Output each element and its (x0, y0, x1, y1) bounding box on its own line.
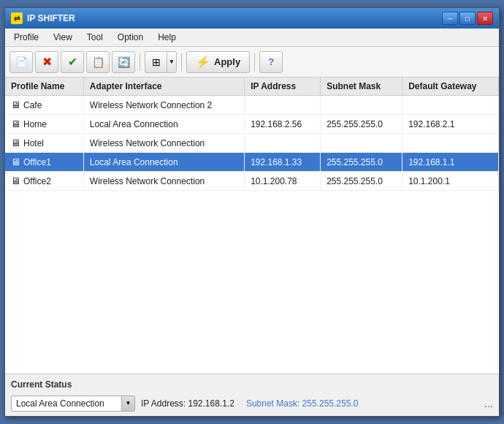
cell-subnet: 255.255.255.0 (321, 172, 402, 191)
menu-help[interactable]: Help (152, 30, 182, 45)
refresh-button[interactable]: 🔄 (112, 51, 135, 73)
profile-row-icon: 🖥 (11, 156, 20, 167)
cell-profile-name: 🖥Office1 (5, 153, 83, 172)
cell-profile-name: 🖥Office2 (5, 172, 83, 191)
cell-subnet: 255.255.255.0 (321, 115, 402, 134)
status-ip-text: IP Address: 192.168.1.2 (141, 398, 234, 409)
title-bar-left: ⇄ IP SHIFTER (11, 12, 75, 24)
status-info: IP Address: 192.168.1.2 Subnet Mask: 255… (141, 398, 493, 409)
cell-adapter: Wireless Network Connection (83, 134, 244, 153)
cell-gateway: 192.168.2.1 (402, 115, 499, 134)
view-dropdown-arrow[interactable]: ▼ (167, 51, 177, 73)
restore-button[interactable]: □ (459, 12, 476, 25)
col-gateway: Default Gateway (402, 77, 499, 96)
apply-icon: ⚡ (196, 55, 210, 69)
cell-subnet (321, 96, 402, 115)
cell-gateway: 192.168.1.1 (402, 153, 499, 172)
profile-row-icon: 🖥 (11, 137, 20, 148)
table-row[interactable]: 🖥HotelWireless Network Connection (5, 134, 499, 153)
col-adapter: Adapter Interface (83, 77, 244, 96)
delete-button[interactable]: ✖ (35, 51, 58, 73)
edit-button[interactable]: ✔ (61, 51, 84, 73)
cell-adapter: Local Area Connection (83, 115, 244, 134)
table-row[interactable]: 🖥Office2Wireless Network Connection10.1.… (5, 172, 499, 191)
ip-label: IP Address: (141, 398, 188, 409)
cell-gateway (402, 134, 499, 153)
profile-row-icon: 🖥 (11, 175, 20, 186)
status-adapter-dropdown[interactable]: Local Area Connection ▼ (11, 395, 135, 412)
table-header-row: Profile Name Adapter Interface IP Addres… (5, 77, 499, 96)
status-row: Local Area Connection ▼ IP Address: 192.… (11, 395, 493, 412)
cell-profile-name: 🖥Home (5, 115, 83, 134)
subnet-label: Subnet Mask: (246, 398, 302, 409)
cell-subnet (321, 134, 402, 153)
menu-tool[interactable]: Tool (81, 30, 109, 45)
minimize-button[interactable]: ─ (442, 12, 458, 25)
view-split-button: ⊞ ▼ (145, 51, 177, 73)
cell-ip (245, 96, 321, 115)
status-bar: Current Status Local Area Connection ▼ I… (5, 374, 499, 416)
menu-view[interactable]: View (47, 30, 78, 45)
status-dropdown-arrow[interactable]: ▼ (121, 396, 134, 411)
table-row[interactable]: 🖥Office1Local Area Connection192.168.1.3… (5, 153, 499, 172)
apply-button[interactable]: ⚡ Apply (186, 51, 250, 73)
col-subnet: Subnet Mask (321, 77, 402, 96)
menu-option[interactable]: Option (112, 30, 149, 45)
menu-profile[interactable]: Profile (8, 30, 45, 45)
main-window: ⇄ IP SHIFTER ─ □ ✕ Profile View Tool Opt… (4, 7, 500, 417)
close-button[interactable]: ✕ (477, 12, 493, 25)
help-button[interactable]: ? (259, 51, 283, 73)
cell-ip: 192.168.2.56 (245, 115, 321, 134)
table-row[interactable]: 🖥HomeLocal Area Connection192.168.2.5625… (5, 115, 499, 134)
profile-row-icon: 🖥 (11, 118, 20, 129)
col-profile-name: Profile Name (5, 77, 83, 96)
title-bar: ⇄ IP SHIFTER ─ □ ✕ (5, 8, 499, 29)
cell-profile-name: 🖥Hotel (5, 134, 83, 153)
cell-profile-name: 🖥Cafe (5, 96, 83, 115)
cell-ip: 192.168.1.33 (245, 153, 321, 172)
profile-table-container: Profile Name Adapter Interface IP Addres… (5, 77, 499, 374)
view-button[interactable]: ⊞ (145, 51, 167, 73)
main-content: Profile Name Adapter Interface IP Addres… (5, 77, 499, 374)
toolbar-separator-3 (254, 53, 255, 71)
menu-bar: Profile View Tool Option Help (5, 29, 499, 47)
window-title: IP SHIFTER (27, 13, 75, 23)
cell-subnet: 255.255.255.0 (321, 153, 402, 172)
status-dropdown-value: Local Area Connection (12, 398, 121, 409)
cell-ip (245, 134, 321, 153)
table-row[interactable]: 🖥CafeWireless Network Connection 2 (5, 96, 499, 115)
toolbar-separator-1 (140, 53, 140, 71)
status-more-button[interactable]: ... (484, 398, 493, 409)
toolbar-separator-2 (181, 53, 182, 71)
cell-adapter: Wireless Network Connection 2 (83, 96, 244, 115)
profile-row-icon: 🖥 (11, 99, 20, 110)
ip-value: 192.168.1.2 (188, 398, 234, 409)
status-subnet-text: Subnet Mask: 255.255.255.0 (246, 398, 358, 409)
cell-ip: 10.1.200.78 (245, 172, 321, 191)
title-controls: ─ □ ✕ (442, 12, 493, 25)
subnet-value: 255.255.255.0 (302, 398, 359, 409)
col-ip: IP Address (245, 77, 321, 96)
new-button[interactable]: 📄 (9, 51, 33, 73)
cell-gateway: 10.1.200.1 (402, 172, 499, 191)
app-icon: ⇄ (11, 12, 23, 24)
toolbar: 📄 ✖ ✔ 📋 🔄 ⊞ ▼ ⚡ Apply ? (5, 47, 499, 77)
copy-button[interactable]: 📋 (86, 51, 110, 73)
cell-adapter: Wireless Network Connection (83, 172, 244, 191)
status-label: Current Status (11, 379, 72, 390)
profile-table: Profile Name Adapter Interface IP Addres… (5, 77, 499, 191)
apply-label: Apply (214, 56, 240, 67)
cell-adapter: Local Area Connection (83, 153, 244, 172)
cell-gateway (402, 96, 499, 115)
